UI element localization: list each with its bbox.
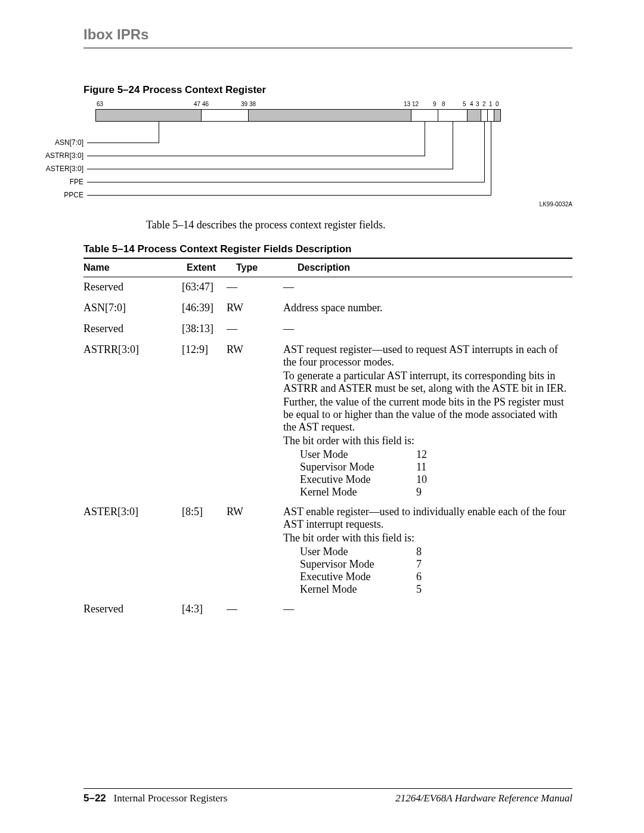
cell-type: RW xyxy=(227,298,283,319)
desc-line: — xyxy=(283,323,568,335)
footer-section: Internal Processor Registers xyxy=(114,792,228,804)
mode-list: User Mode12Supervisor Mode11Executive Mo… xyxy=(300,448,568,498)
desc-line: — xyxy=(283,281,568,293)
lead-astrr: ASTRR[3:0] xyxy=(36,151,83,160)
bit-num: 12 xyxy=(412,101,419,107)
cell-name: ASN[7:0] xyxy=(83,298,182,319)
lead-line xyxy=(491,122,491,196)
desc-line: AST enable register—used to individually… xyxy=(283,506,568,531)
cell-description: AST request register—used to request AST… xyxy=(283,340,572,502)
table-row: Reserved[63:47]—— xyxy=(83,277,572,298)
mode-row: User Mode12 xyxy=(300,448,568,461)
desc-line: — xyxy=(283,603,568,615)
table-row: Reserved[38:13]—— xyxy=(83,319,572,340)
th-extent: Extent xyxy=(187,259,236,277)
lead-line xyxy=(159,122,159,143)
mode-row: Executive Mode6 xyxy=(300,571,568,583)
fields-table-body: Reserved[63:47]——ASN[7:0][46:39]RWAddres… xyxy=(83,277,572,620)
cell-description: — xyxy=(283,319,572,340)
footer-left: 5–22 Internal Processor Registers xyxy=(83,792,227,804)
mode-row: Executive Mode10 xyxy=(300,473,568,486)
bits-63-47 xyxy=(95,109,202,122)
mode-name: User Mode xyxy=(300,448,416,461)
desc-line: The bit order with this field is: xyxy=(283,435,568,447)
lead-asn: ASN[7:0] xyxy=(48,138,83,147)
lead-aster: ASTER[3:0] xyxy=(36,165,83,173)
bits-4-3 xyxy=(467,109,481,122)
cell-type: RW xyxy=(227,340,283,502)
table-caption: Table 5–14 Process Context Register Fiel… xyxy=(83,243,572,255)
lead-line xyxy=(87,195,491,196)
mode-row: Supervisor Mode7 xyxy=(300,558,568,571)
bit-num: 8 xyxy=(442,101,445,107)
cell-extent: [4:3] xyxy=(182,599,227,620)
table-row: ASN[7:0][46:39]RWAddress space number. xyxy=(83,298,572,319)
desc-line: Further, the value of the current mode b… xyxy=(283,396,568,433)
cell-name: ASTER[3:0] xyxy=(83,502,182,599)
bit-num: 13 xyxy=(404,101,410,107)
bit-num: 9 xyxy=(433,101,436,107)
desc-line: Address space number. xyxy=(283,302,568,314)
cell-extent: [46:39] xyxy=(182,298,227,319)
cell-extent: [8:5] xyxy=(182,502,227,599)
cell-type: RW xyxy=(227,502,283,599)
mode-bit: 11 xyxy=(416,461,440,473)
mode-name: Supervisor Mode xyxy=(300,461,416,473)
mode-bit: 9 xyxy=(416,486,440,498)
page: Ibox IPRs Figure 5–24 Process Context Re… xyxy=(0,0,644,833)
lead-line xyxy=(453,122,453,169)
bit-num: 2 xyxy=(482,101,486,107)
lead-line xyxy=(87,156,425,156)
th-type: Type xyxy=(236,259,298,277)
table-row: ASTRR[3:0][12:9]RWAST request register—u… xyxy=(83,340,572,502)
lead-line xyxy=(87,169,453,169)
mode-bit: 5 xyxy=(416,583,440,596)
mode-row: Supervisor Mode11 xyxy=(300,461,568,473)
mode-name: Kernel Mode xyxy=(300,583,416,596)
lead-line xyxy=(87,143,159,143)
cell-name: ASTRR[3:0] xyxy=(83,340,182,502)
mode-bit: 12 xyxy=(416,448,440,461)
lead-fpe: FPE xyxy=(60,178,83,186)
desc-line: To generate a particular AST interrupt, … xyxy=(283,370,568,395)
mode-bit: 6 xyxy=(416,571,440,583)
th-desc: Description xyxy=(298,259,572,277)
cell-extent: [12:9] xyxy=(182,340,227,502)
bitfield-figure: 63 47 46 39 38 13 12 9 8 5 4 3 2 1 0 ASN… xyxy=(83,101,572,214)
mode-bit: 8 xyxy=(416,546,440,558)
table-row: ASTER[3:0][8:5]RWAST enable register—use… xyxy=(83,502,572,599)
cell-extent: [63:47] xyxy=(182,277,227,298)
bits-38-13 xyxy=(248,109,411,122)
mode-bit: 7 xyxy=(416,558,440,571)
page-footer: 5–22 Internal Processor Registers 21264/… xyxy=(83,784,572,804)
cell-name: Reserved xyxy=(83,319,182,340)
bits-12-9-astrr xyxy=(411,109,438,122)
mode-row: Kernel Mode5 xyxy=(300,583,568,596)
table-row: Reserved[4:3]—— xyxy=(83,599,572,620)
mode-name: User Mode xyxy=(300,546,416,558)
cell-type: — xyxy=(227,319,283,340)
mode-name: Executive Mode xyxy=(300,473,416,486)
bits-8-5-aster xyxy=(438,109,467,122)
cell-name: Reserved xyxy=(83,599,182,620)
cell-extent: [38:13] xyxy=(182,319,227,340)
mode-row: User Mode8 xyxy=(300,546,568,558)
mode-name: Executive Mode xyxy=(300,571,416,583)
bit-num: 4 xyxy=(470,101,473,107)
bits-46-39-asn xyxy=(201,109,249,122)
header-rule xyxy=(83,48,572,48)
footer-manual: 21264/EV68A Hardware Reference Manual xyxy=(395,792,572,804)
cell-type: — xyxy=(227,599,283,620)
table-header-row: Name Extent Type Description xyxy=(83,259,572,277)
lead-line xyxy=(484,122,485,182)
footer-rule xyxy=(83,788,572,789)
mode-list: User Mode8Supervisor Mode7Executive Mode… xyxy=(300,546,568,596)
desc-line: The bit order with this field is: xyxy=(283,532,568,544)
bit-num: 63 xyxy=(97,101,103,107)
bit-num: 38 xyxy=(249,101,256,107)
mode-name: Supervisor Mode xyxy=(300,558,416,571)
lead-line xyxy=(425,122,425,156)
mode-name: Kernel Mode xyxy=(300,486,416,498)
cell-name: Reserved xyxy=(83,277,182,298)
fields-table: Name Extent Type Description xyxy=(83,259,572,277)
